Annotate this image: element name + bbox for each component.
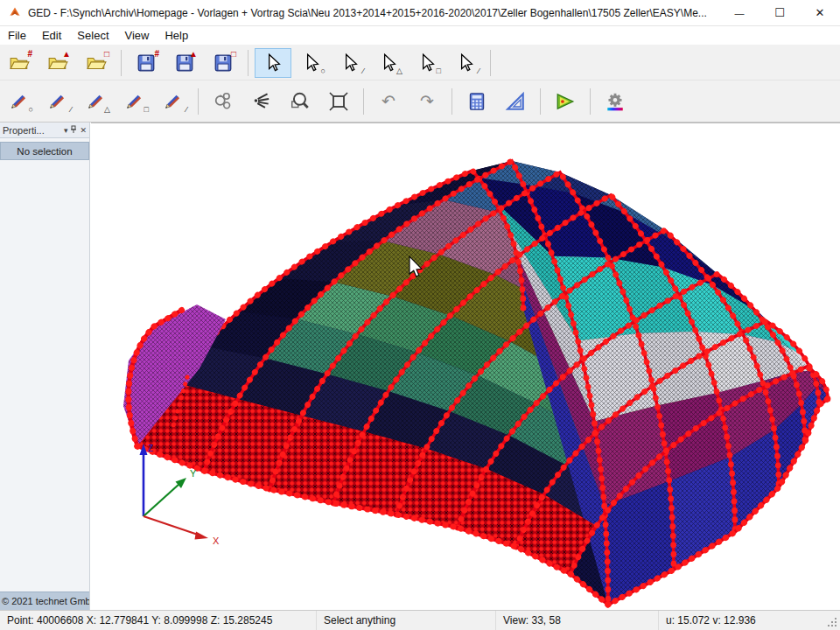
settings-button[interactable] [597,87,634,116]
properties-panel-header[interactable]: Properti... ▾ ✕ [0,122,89,138]
title-bar: GED - F:\Synch\Archiv\Homepage - Vorlage… [0,0,840,26]
toolbar-separator [490,50,491,76]
save-points-button[interactable]: ▲ [166,48,203,78]
open-points-button[interactable]: ▲ [39,48,76,78]
toolbar-separator [590,88,591,115]
maximize-button[interactable]: ☐ [760,0,800,26]
properties-panel-body [0,160,89,592]
draw-triangle-button[interactable]: △ [78,87,115,116]
select-triangles-tool-button[interactable]: △ [370,48,407,78]
status-bar: Point: 40006608 X: 12.779841 Y: 8.099998… [0,610,840,630]
status-hint: Select anything [317,611,496,630]
close-panel-icon[interactable]: ✕ [80,126,87,135]
run-button[interactable] [547,87,584,116]
menu-help[interactable]: Help [157,27,196,44]
menu-view[interactable]: View [117,27,158,44]
draw-point-button[interactable]: ○ [1,87,38,116]
menu-select[interactable]: Select [69,27,116,44]
application-window: { "window": { "title": "GED - F:\\Synch\… [0,0,840,630]
select-edges-tool-button[interactable]: ⁄ [447,48,484,78]
select-lines-tool-button[interactable]: ⁄ [332,48,368,78]
properties-panel: Properti... ▾ ✕ No selection © 2021 tech… [0,122,90,610]
zoom-window-button[interactable] [282,87,318,116]
svg-text:Z: Z [148,444,153,453]
zoom-extents-button[interactable] [320,87,357,116]
draw-line-button[interactable]: ⁄ [39,87,76,116]
draw-quad-button[interactable]: □ [116,87,153,116]
calculator-button[interactable] [458,87,495,116]
chevron-down-icon[interactable]: ▾ [64,126,68,135]
menu-bar: FileEditSelectViewHelp [0,26,840,46]
open-elements-button[interactable]: □ [78,48,115,78]
zoom-point-button[interactable] [243,87,280,116]
toolbar-separator [198,88,199,115]
toolbar-separator [248,50,248,76]
close-button[interactable]: ✕ [800,0,840,26]
toolbar-separator [540,88,541,115]
select-tool-button[interactable] [255,48,291,78]
svg-text:Y: Y [190,468,197,479]
toolbar-file-select: #▲□#▲□○⁄△□⁄ [0,46,840,80]
status-uv-coordinates: u: 15.072 v: 12.936 [659,611,840,630]
draw-edge-button[interactable]: ⁄ [155,87,192,116]
svg-text:X: X [213,536,220,546]
toolbar-draw-view: ○⁄△□⁄↶↷ [0,80,840,122]
app-logo-icon [7,5,23,21]
toolbar-separator [363,88,364,115]
properties-panel-title: Properti... [3,125,61,136]
viewport-3d[interactable]: ZYX [91,122,840,610]
toolbar-separator [452,88,452,115]
open-project-button[interactable]: # [1,48,38,78]
select-quads-tool-button[interactable]: □ [409,48,445,78]
toolbar-separator [121,50,122,76]
rotate-view-button[interactable] [205,87,242,116]
measure-button[interactable] [497,87,534,116]
vault-model-drawing[interactable]: ZYX [91,123,840,611]
menu-file[interactable]: File [0,27,34,44]
selection-status: No selection [0,142,89,160]
save-project-button[interactable]: # [128,48,164,78]
status-point-coordinates: Point: 40006608 X: 12.779841 Y: 8.099998… [0,611,317,630]
menu-edit[interactable]: Edit [34,27,69,44]
save-elements-button[interactable]: □ [205,48,242,78]
resize-grip[interactable] [827,617,838,628]
status-view-angles: View: 33, 58 [496,611,659,630]
pin-icon[interactable] [70,125,77,136]
select-points-tool-button[interactable]: ○ [293,48,330,78]
redo-button[interactable]: ↷ [409,87,445,116]
minimize-button[interactable]: — [719,0,760,26]
undo-button[interactable]: ↶ [370,87,407,116]
window-title: GED - F:\Synch\Archiv\Homepage - Vorlage… [28,7,719,19]
copyright-label: © 2021 technet GmbH [0,592,89,610]
